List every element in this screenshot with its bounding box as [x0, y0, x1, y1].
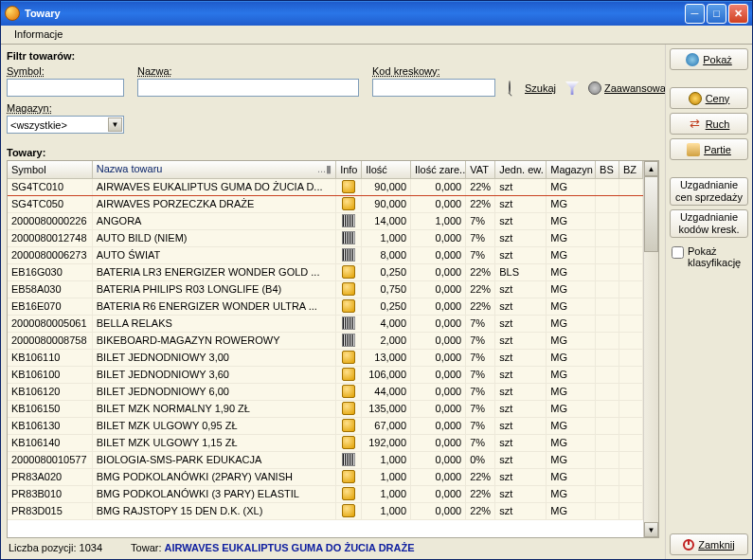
- name-label: Nazwa:: [137, 65, 359, 79]
- checkbox-input[interactable]: [672, 246, 684, 259]
- ruch-button[interactable]: ⇄ Ruch: [670, 113, 748, 135]
- zamknij-button[interactable]: Zamknij: [670, 533, 748, 555]
- cube-icon: [342, 180, 355, 193]
- table-row[interactable]: EB16E070BATERIA R6 ENERGIZER WONDER ULTR…: [8, 298, 643, 315]
- col-bz[interactable]: BZ: [619, 161, 643, 178]
- coin-icon: [689, 92, 702, 105]
- barcode-icon: [342, 334, 355, 347]
- cube-icon: [342, 351, 355, 364]
- data-grid[interactable]: Symbol Nazwa towaru ...▮ Info Ilość Iloś…: [8, 161, 643, 537]
- refresh-icon: [686, 53, 699, 66]
- barcode-icon: [342, 316, 355, 330]
- uzg-cen-button[interactable]: Uzgadnianie cen sprzedaży: [670, 177, 748, 206]
- col-symbol[interactable]: Symbol: [8, 161, 92, 178]
- table-row[interactable]: SG4TC050AIRWAVES PORZECZKA DRAŻE90,0000,…: [8, 195, 643, 212]
- table-row[interactable]: EB58A030BATERIA PHILIPS R03 LONGLIFE (B4…: [8, 280, 643, 298]
- barcode-icon: [342, 231, 355, 244]
- cube-icon: [342, 368, 355, 381]
- col-ilosc[interactable]: Ilość: [362, 161, 411, 178]
- header-row: Symbol Nazwa towaru ...▮ Info Ilość Iloś…: [8, 161, 643, 178]
- table-row[interactable]: KB106150BILET MZK NORMALNY 1,90 ZŁ135,00…: [8, 400, 643, 417]
- barcode-icon: [342, 453, 355, 466]
- search-icon: [509, 81, 522, 95]
- col-iloscz[interactable]: Ilość zare...: [411, 161, 466, 178]
- col-jedn[interactable]: Jedn. ew.: [495, 161, 547, 178]
- table-row[interactable]: 2000080006273AUTO ŚWIAT8,0000,0007%sztMG: [8, 246, 643, 263]
- ceny-button[interactable]: Ceny: [670, 87, 748, 109]
- search-link[interactable]: Szukaj: [509, 81, 556, 95]
- status-bar: Liczba pozycji: 1034 Towar: AIRWAVES EUK…: [7, 538, 659, 555]
- table-row[interactable]: KB106110BILET JEDNODNIOWY 3,0013,0000,00…: [8, 349, 643, 366]
- uzg-kod-button[interactable]: Uzgadnianie kodów kresk.: [670, 209, 748, 238]
- table-row[interactable]: PR83A020BMG PODKOLANÓWKI (2PARY) VANISH1…: [8, 468, 643, 485]
- side-panel: Pokaż Ceny ⇄ Ruch Partie Uzgadnianie cen…: [665, 45, 752, 559]
- status-count: Liczba pozycji: 1034: [9, 542, 102, 553]
- filter-panel: Filtr towarów: Symbol: Nazwa: Kod kresko…: [7, 48, 659, 134]
- table-row[interactable]: 2000080012748AUTO BILD (NIEM)1,0000,0007…: [8, 229, 643, 246]
- scroll-up-button[interactable]: ▲: [644, 161, 658, 176]
- magazyn-label: Magazyn:: [7, 102, 659, 116]
- grid-wrap: Symbol Nazwa towaru ...▮ Info Ilość Iloś…: [7, 160, 659, 538]
- cube-icon: [342, 299, 355, 313]
- table-row[interactable]: KB106120BILET JEDNODNIOWY 6,0044,0000,00…: [8, 383, 643, 400]
- table-row[interactable]: KB106140BILET MZK ULGOWY 1,15 ZŁ192,0000…: [8, 434, 643, 451]
- menu-informacje[interactable]: Informacje: [9, 27, 68, 41]
- col-name[interactable]: Nazwa towaru ...▮: [92, 161, 335, 178]
- window-title: Towary: [25, 8, 685, 19]
- barcode-icon: [342, 248, 355, 262]
- maximize-button[interactable]: □: [707, 4, 726, 24]
- cube-icon: [342, 282, 355, 296]
- cube-icon: [342, 436, 355, 449]
- filter-icon[interactable]: [565, 81, 579, 95]
- table-row[interactable]: KB106130BILET MZK ULGOWY 0,95 ZŁ67,0000,…: [8, 417, 643, 434]
- col-info[interactable]: Info: [336, 161, 362, 178]
- filter-title: Filtr towarów:: [7, 48, 659, 65]
- magazyn-combo[interactable]: <wszystkie> ▼: [7, 116, 124, 134]
- magazyn-value: <wszystkie>: [10, 119, 67, 131]
- cube-icon: [342, 470, 355, 483]
- window: Towary ─ □ ✕ Informacje Filtr towarów: S…: [0, 0, 753, 560]
- symbol-input[interactable]: [7, 79, 124, 97]
- pokaz-button[interactable]: Pokaż: [670, 48, 748, 70]
- table-row[interactable]: 2000080008758BIKEBOARD-MAGAZYN ROWEROWY2…: [8, 332, 643, 349]
- cube-icon: [342, 419, 355, 432]
- scroll-thumb[interactable]: [644, 176, 658, 252]
- table-row[interactable]: PR83B010BMG PODKOLANÓWKI (3 PARY) ELASTI…: [8, 485, 643, 502]
- advanced-link[interactable]: Zaawansowane: [588, 81, 665, 95]
- grid-title: Towary:: [7, 134, 659, 160]
- status-towar: Towar: AIRWAVES EUKALIPTUS GUMA DO ŻUCIA…: [131, 542, 414, 553]
- close-button[interactable]: ✕: [728, 4, 748, 24]
- table-row[interactable]: 2000080000226ANGORA14,0001,0007%sztMG: [8, 212, 643, 229]
- partie-button[interactable]: Partie: [670, 138, 748, 160]
- name-input[interactable]: [137, 79, 359, 97]
- table-row[interactable]: 2000080010577BIOLOGIA-SMS-PARK EDUKACJA1…: [8, 451, 643, 468]
- pokaz-klas-checkbox[interactable]: Pokaż klasyfikację: [670, 242, 748, 272]
- col-bs[interactable]: BS: [596, 161, 619, 178]
- barcode-icon: [342, 214, 355, 227]
- table-row[interactable]: SG4TC010AIRWAVES EUKALIPTUS GUMA DO ŻUCI…: [8, 178, 643, 195]
- arrows-icon: ⇄: [689, 117, 702, 131]
- table-row[interactable]: KB106100BILET JEDNODNIOWY 3,60106,0000,0…: [8, 366, 643, 383]
- cube-icon: [342, 197, 355, 210]
- col-mag[interactable]: Magazyn: [547, 161, 596, 178]
- col-vat[interactable]: VAT: [466, 161, 495, 178]
- cube-icon: [342, 265, 355, 279]
- box-icon: [687, 143, 700, 156]
- menubar: Informacje: [1, 26, 752, 45]
- table-row[interactable]: EB16G030BATERIA LR3 ENERGIZER WONDER GOL…: [8, 263, 643, 280]
- cube-icon: [342, 504, 355, 517]
- cube-icon: [342, 402, 355, 415]
- cube-icon: [342, 385, 355, 398]
- cube-icon: [342, 487, 355, 500]
- table-row[interactable]: PR83D015BMG RAJSTOPY 15 DEN D.K. (XL)1,0…: [8, 502, 643, 519]
- chevron-down-icon: ▼: [108, 117, 122, 132]
- scroll-down-button[interactable]: ▼: [644, 522, 658, 537]
- barcode-label: Kod kreskowy:: [372, 65, 495, 79]
- titlebar: Towary ─ □ ✕: [1, 1, 752, 26]
- barcode-input[interactable]: [372, 79, 495, 97]
- table-row[interactable]: 2000080005061BELLA RELAKS4,0000,0007%szt…: [8, 315, 643, 332]
- app-icon: [5, 6, 20, 21]
- minimize-button[interactable]: ─: [685, 4, 705, 24]
- power-icon: [683, 539, 694, 551]
- vertical-scrollbar[interactable]: ▲ ▼: [643, 161, 658, 537]
